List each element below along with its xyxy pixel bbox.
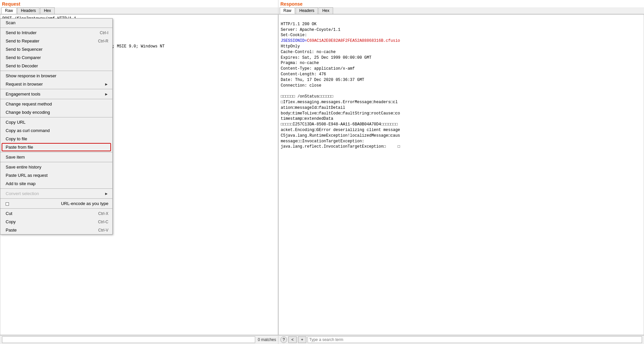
menu-item-cut-shortcut: Ctrl-X <box>98 211 108 216</box>
menu-item-request-in-browser[interactable]: Request in browser ► <box>0 80 112 88</box>
tab-hex-request[interactable]: Hex <box>40 7 54 14</box>
right-panel: Response Raw Headers Hex HTTP/1.1 200 OK… <box>278 0 644 344</box>
menu-item-save-item-label: Save item <box>6 155 25 160</box>
response-next-button[interactable]: + <box>298 336 306 343</box>
menu-item-engagement-arrow: ► <box>104 92 108 97</box>
menu-item-cut-label: Cut <box>6 211 12 216</box>
menu-item-sequencer-label: Send to Sequencer <box>6 47 42 52</box>
response-content: HTTP/1.1 200 OK Server: Apache-Coyote/1.… <box>278 14 644 335</box>
menu-separator-7 <box>0 162 112 162</box>
menu-item-copy-label: Copy <box>6 219 16 224</box>
tab-hex-response[interactable]: Hex <box>319 7 333 14</box>
menu-item-intruder-shortcut: Ctrl-I <box>100 31 108 35</box>
response-search-input[interactable] <box>308 336 642 343</box>
menu-item-url-encode-checkbox-icon <box>6 201 10 206</box>
response-tab-bar: Raw Headers Hex <box>278 7 644 14</box>
tab-raw-request[interactable]: Raw <box>1 7 17 14</box>
menu-separator-8 <box>0 188 112 189</box>
response-text: HTTP/1.1 200 OK Server: Apache-Coyote/1.… <box>281 16 642 155</box>
menu-item-request-browser-arrow: ► <box>104 82 108 87</box>
menu-item-copy-as-curl[interactable]: Copy as curl command <box>0 126 112 135</box>
menu-item-engagement-tools[interactable]: Engagement tools ► <box>0 90 112 98</box>
menu-item-decoder-label: Send to Decoder <box>6 63 38 68</box>
response-title: Response <box>278 0 644 7</box>
menu-item-send-to-decoder[interactable]: Send to Decoder <box>0 62 112 70</box>
menu-item-paste-url-as-request[interactable]: Paste URL as request <box>0 171 112 179</box>
resp-session-link: JSESSIONID=C69AC1A2E0E82A8F2FEA52A888683… <box>281 38 400 43</box>
menu-item-request-browser-label: Request in browser <box>6 82 43 87</box>
menu-item-copy-curl-label: Copy as curl command <box>6 128 50 133</box>
menu-item-change-request-method[interactable]: Change request method <box>0 100 112 108</box>
resp-line-1: HTTP/1.1 200 OK Server: Apache-Coyote/1.… <box>281 22 340 38</box>
tab-headers-response[interactable]: Headers <box>296 7 318 14</box>
request-search-bar: 0 matches <box>0 335 278 344</box>
request-tab-bar: Raw Headers Hex <box>0 7 278 14</box>
left-panel: Request Raw Headers Hex POST /flex2gatew… <box>0 0 278 344</box>
menu-item-copy[interactable]: Copy Ctrl-C <box>0 218 112 226</box>
menu-item-copy-file-label: Copy to file <box>6 136 27 141</box>
menu-item-paste-file-label: Paste from file <box>6 145 33 150</box>
menu-item-paste-url-label: Paste URL as request <box>6 173 48 178</box>
menu-item-scan[interactable]: Scan <box>0 19 112 27</box>
menu-item-send-to-repeater[interactable]: Send to Repeater Ctrl-R <box>0 37 112 45</box>
menu-item-add-sitemap-label: Add to site map <box>6 181 35 186</box>
menu-item-add-to-site-map[interactable]: Add to site map <box>0 179 112 188</box>
menu-item-send-to-sequencer[interactable]: Send to Sequencer <box>0 45 112 53</box>
menu-item-copy-url-label: Copy URL <box>6 120 26 125</box>
menu-item-save-item[interactable]: Save item <box>0 153 112 161</box>
menu-item-comparer-label: Send to Comparer <box>6 55 41 60</box>
menu-separator-3 <box>0 89 112 89</box>
menu-item-send-to-intruder[interactable]: Send to Intruder Ctrl-I <box>0 29 112 37</box>
menu-item-copy-shortcut: Ctrl-C <box>98 220 108 224</box>
menu-item-cut[interactable]: Cut Ctrl-X <box>0 209 112 218</box>
menu-separator-4 <box>0 99 112 99</box>
menu-separator-10 <box>0 208 112 209</box>
menu-item-copy-url[interactable]: Copy URL <box>0 118 112 126</box>
menu-separator-5 <box>0 117 112 117</box>
menu-item-show-response-label: Show response in browser <box>6 73 56 78</box>
menu-item-scan-label: Scan <box>6 20 16 25</box>
menu-item-paste-label: Paste <box>6 228 17 233</box>
menu-separator-9 <box>0 198 112 199</box>
menu-item-change-encoding-label: Change body encoding <box>6 110 50 115</box>
menu-item-url-encode-label: URL-encode as you type <box>61 201 108 206</box>
resp-session-red: C69AC1A2E0E82A8F2FEA52A88868316B.cfusio <box>307 38 400 43</box>
request-matches: 0 matches <box>258 337 276 342</box>
response-help-button[interactable]: ? <box>280 336 287 343</box>
menu-item-repeater-shortcut: Ctrl-R <box>98 39 108 43</box>
request-title: Request <box>0 0 278 7</box>
resp-line-2: HttpOnly Cache-Control: no-cache Expires… <box>281 44 400 149</box>
response-prev-button[interactable]: < <box>288 336 297 343</box>
menu-item-paste-shortcut: Ctrl-V <box>98 228 108 233</box>
tab-raw-response[interactable]: Raw <box>280 7 295 14</box>
menu-item-save-history-label: Save entire history <box>6 165 41 170</box>
request-search-input[interactable] <box>2 336 255 343</box>
menu-item-save-entire-history[interactable]: Save entire history <box>0 163 112 171</box>
menu-item-paste-from-file[interactable]: Paste from file <box>0 143 112 151</box>
menu-item-url-encode[interactable]: URL-encode as you type <box>0 199 112 208</box>
menu-separator-6 <box>0 152 112 152</box>
menu-item-intruder-label: Send to Intruder <box>6 30 36 35</box>
menu-item-show-response-in-browser[interactable]: Show response in browser <box>0 72 112 80</box>
menu-separator-1 <box>0 28 112 28</box>
response-search-bar: ? < + <box>278 335 644 344</box>
menu-item-engagement-label: Engagement tools <box>6 92 40 97</box>
context-menu: Scan Send to Intruder Ctrl-I Send to Rep… <box>0 18 113 235</box>
tab-headers-request[interactable]: Headers <box>17 7 39 14</box>
menu-item-convert-selection: Convert selection ► <box>0 189 112 198</box>
menu-item-paste[interactable]: Paste Ctrl-V <box>0 226 112 234</box>
menu-item-change-method-label: Change request method <box>6 102 52 106</box>
menu-separator-2 <box>0 71 112 71</box>
menu-item-change-body-encoding[interactable]: Change body encoding <box>0 108 112 116</box>
menu-item-convert-arrow: ► <box>104 191 108 196</box>
menu-item-copy-to-file[interactable]: Copy to file <box>0 135 112 143</box>
menu-item-send-to-comparer[interactable]: Send to Comparer <box>0 53 112 62</box>
menu-item-convert-label: Convert selection <box>6 191 39 196</box>
menu-item-repeater-label: Send to Repeater <box>6 38 39 43</box>
